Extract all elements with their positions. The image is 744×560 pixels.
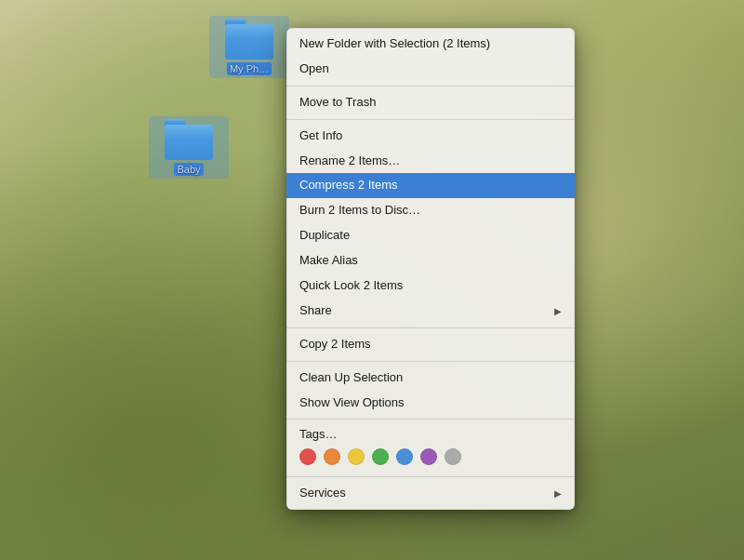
menu-item-clean-up[interactable]: Clean Up Selection [286,366,575,391]
desktop-icon-baby[interactable]: Baby [152,119,226,176]
menu-item-rename[interactable]: Rename 2 Items… [286,149,575,174]
tag-dot-purple[interactable] [420,448,437,465]
share-arrow-icon: ▶ [554,305,562,317]
tag-dot-red[interactable] [299,448,316,465]
icon-label-baby: Baby [174,163,203,176]
menu-separator-3 [286,327,575,328]
menu-item-services[interactable]: Services ▶ [286,481,575,506]
tags-label[interactable]: Tags… [299,427,562,441]
menu-item-burn[interactable]: Burn 2 Items to Disc… [286,198,575,223]
tag-dot-yellow[interactable] [348,448,365,465]
menu-item-make-alias[interactable]: Make Alias [286,248,575,273]
menu-separator-6 [286,476,575,477]
tag-dot-orange[interactable] [324,448,340,465]
menu-item-new-folder[interactable]: New Folder with Selection (2 Items) [286,32,575,57]
menu-item-move-to-trash[interactable]: Move to Trash [286,90,575,115]
tags-section: Tags… [286,423,575,473]
tag-dots-container [299,447,562,467]
context-menu: New Folder with Selection (2 Items) Open… [286,28,575,510]
tag-dot-blue[interactable] [396,448,413,465]
menu-item-copy[interactable]: Copy 2 Items [286,332,575,357]
tag-dot-green[interactable] [372,448,389,465]
menu-item-quick-look[interactable]: Quick Look 2 Items [286,273,575,299]
menu-separator-1 [286,86,575,87]
menu-separator-5 [286,419,575,420]
tag-dot-gray[interactable] [445,448,461,465]
menu-item-show-view-options[interactable]: Show View Options [286,391,575,416]
menu-separator-2 [286,119,575,120]
icon-label-myphotos: My Ph… [227,62,272,75]
folder-icon-baby [165,119,213,160]
folder-icon-myphotos [225,19,273,60]
menu-item-open[interactable]: Open [286,57,575,82]
menu-item-get-info[interactable]: Get Info [286,124,575,149]
menu-item-duplicate[interactable]: Duplicate [286,223,575,248]
desktop-icon-myphotos[interactable]: My Ph… [212,19,286,75]
menu-item-share[interactable]: Share ▶ [286,299,575,324]
menu-item-compress[interactable]: Compress 2 Items [286,173,575,198]
menu-separator-4 [286,361,575,362]
services-arrow-icon: ▶ [554,487,562,500]
